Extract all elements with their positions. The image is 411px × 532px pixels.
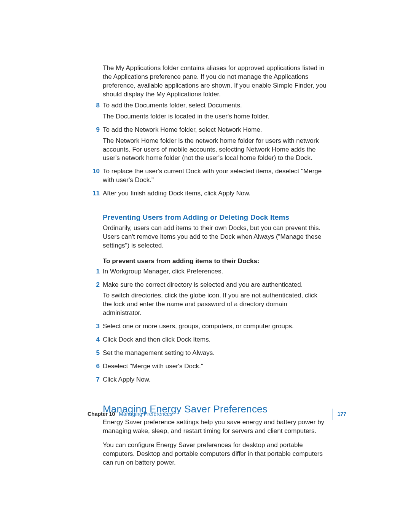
- step-body: Set the management setting to Always.: [103, 349, 327, 360]
- subsection-heading: Preventing Users from Adding or Deleting…: [103, 212, 327, 222]
- step-number: 6: [88, 362, 100, 371]
- step-text: To add the Network Home folder, select N…: [103, 126, 327, 134]
- chapter-title: Managing Preferences: [119, 411, 172, 418]
- step-item: 6 Deselect "Merge with user's Dock.": [88, 362, 327, 373]
- step-body: After you finish adding Dock items, clic…: [103, 189, 327, 200]
- step-text: Set the management setting to Always.: [103, 349, 327, 358]
- page-rule-icon: [333, 409, 333, 420]
- step-number: 5: [88, 349, 100, 358]
- step-number: 2: [88, 281, 100, 289]
- step-text: The Network Home folder is the network h…: [103, 137, 327, 163]
- step-body: Click Dock and then click Dock Items.: [103, 335, 327, 347]
- subsection-paragraph: Ordinarily, users can add items to their…: [103, 224, 327, 250]
- step-text: In Workgroup Manager, click Preferences.: [103, 267, 327, 276]
- chapter-label: Chapter 10: [88, 411, 115, 418]
- step-item: 2 Make sure the correct directory is sel…: [88, 281, 327, 320]
- step-body: Make sure the correct directory is selec…: [103, 281, 327, 320]
- step-item: 3 Select one or more users, groups, comp…: [88, 322, 327, 333]
- step-body: To replace the user's current Dock with …: [103, 167, 327, 187]
- step-text: Deselect "Merge with user's Dock.": [103, 362, 327, 371]
- page-footer: Chapter 10 Managing Preferences 177: [88, 410, 346, 418]
- step-number: 8: [88, 101, 100, 110]
- step-number: 11: [88, 189, 100, 198]
- page-number-block: 177: [333, 408, 346, 420]
- step-item: 4 Click Dock and then click Dock Items.: [88, 335, 327, 347]
- step-item: 5 Set the management setting to Always.: [88, 349, 327, 360]
- step-text: To switch directories, click the globe i…: [103, 291, 327, 318]
- step-body: To add the Network Home folder, select N…: [103, 126, 327, 165]
- step-body: Select one or more users, groups, comput…: [103, 322, 327, 333]
- step-text: The Documents folder is located in the u…: [103, 112, 327, 121]
- procedure-label: To prevent users from adding items to th…: [103, 257, 327, 266]
- step-number: 4: [88, 335, 100, 344]
- intro-paragraph: The My Applications folder contains alia…: [103, 64, 327, 99]
- step-text: After you finish adding Dock items, clic…: [103, 189, 327, 198]
- step-item: 8 To add the Documents folder, select Do…: [88, 101, 327, 123]
- step-item: 11 After you finish adding Dock items, c…: [88, 189, 327, 200]
- body-text-column: The My Applications folder contains alia…: [88, 64, 327, 470]
- step-number: 1: [88, 267, 100, 276]
- section-paragraph: Energy Saver preference settings help yo…: [103, 418, 327, 436]
- step-text: Select one or more users, groups, comput…: [103, 322, 327, 331]
- step-number: 7: [88, 375, 100, 384]
- step-text: Click Apply Now.: [103, 375, 327, 384]
- section-paragraph: You can configure Energy Saver preferenc…: [103, 441, 327, 467]
- step-text: To add the Documents folder, select Docu…: [103, 101, 327, 110]
- step-item: 7 Click Apply Now.: [88, 375, 327, 387]
- step-text: To replace the user's current Dock with …: [103, 167, 327, 185]
- step-text: Click Dock and then click Dock Items.: [103, 335, 327, 344]
- step-number: 3: [88, 322, 100, 331]
- document-page: The My Applications folder contains alia…: [0, 0, 411, 532]
- step-body: Deselect "Merge with user's Dock.": [103, 362, 327, 373]
- page-number: 177: [338, 411, 346, 418]
- step-body: In Workgroup Manager, click Preferences.: [103, 267, 327, 278]
- footer-left: Chapter 10 Managing Preferences: [88, 411, 172, 418]
- step-item: 1 In Workgroup Manager, click Preference…: [88, 267, 327, 278]
- step-number: 10: [88, 167, 100, 176]
- step-number: 9: [88, 126, 100, 134]
- step-item: 10 To replace the user's current Dock wi…: [88, 167, 327, 187]
- step-text: Make sure the correct directory is selec…: [103, 281, 327, 289]
- step-body: Click Apply Now.: [103, 375, 327, 387]
- step-body: To add the Documents folder, select Docu…: [103, 101, 327, 123]
- step-item: 9 To add the Network Home folder, select…: [88, 126, 327, 165]
